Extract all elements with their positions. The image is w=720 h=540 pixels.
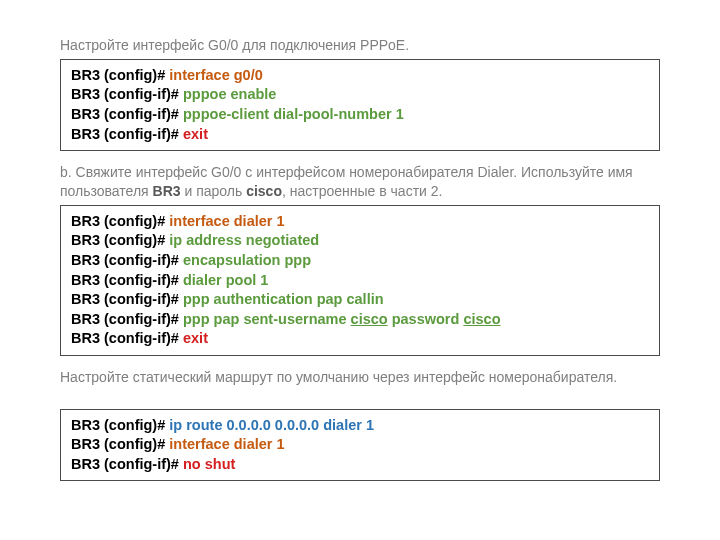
code-line: BR3 (config-if)# dialer pool 1 (71, 271, 649, 291)
prompt: BR3 (config)# (71, 213, 169, 229)
cmd: exit (183, 126, 208, 142)
prompt: BR3 (config-if)# (71, 311, 183, 327)
instruction-1: Настройте интерфейс G0/0 для подключения… (60, 36, 660, 55)
prompt: BR3 (config)# (71, 417, 169, 433)
prompt: BR3 (config-if)# (71, 106, 183, 122)
code-line: BR3 (config)# interface g0/0 (71, 66, 649, 86)
cmd: interface dialer 1 (169, 213, 284, 229)
prompt: BR3 (config-if)# (71, 291, 183, 307)
cmd-value: cisco (463, 311, 500, 327)
prompt: BR3 (config-if)# (71, 272, 183, 288)
cmd: no shut (183, 456, 235, 472)
instruction-3: Настройте статический маршрут по умолчан… (60, 368, 660, 387)
code-line: BR3 (config-if)# pppoe-client dial-pool-… (71, 105, 649, 125)
prompt: BR3 (config-if)# (71, 126, 183, 142)
prompt: BR3 (config-if)# (71, 456, 183, 472)
cmd: exit (183, 330, 208, 346)
code-line: BR3 (config-if)# encapsulation ppp (71, 251, 649, 271)
prompt: BR3 (config)# (71, 67, 169, 83)
cmd: encapsulation ppp (183, 252, 311, 268)
code-line: BR3 (config)# interface dialer 1 (71, 212, 649, 232)
instruction-2: b. Свяжите интерфейс G0/0 с интерфейсом … (60, 163, 660, 201)
code-line: BR3 (config-if)# pppoe enable (71, 85, 649, 105)
codebox-2: BR3 (config)# interface dialer 1 BR3 (co… (60, 205, 660, 356)
prompt: BR3 (config-if)# (71, 330, 183, 346)
username: BR3 (153, 183, 181, 199)
codebox-1: BR3 (config)# interface g0/0 BR3 (config… (60, 59, 660, 151)
code-line: BR3 (config-if)# ppp authentication pap … (71, 290, 649, 310)
password: cisco (246, 183, 282, 199)
prompt: BR3 (config-if)# (71, 86, 183, 102)
cmd: ppp pap sent-username (183, 311, 351, 327)
cmd: ip address negotiated (169, 232, 319, 248)
cmd-value: cisco (351, 311, 388, 327)
code-line: BR3 (config)# ip route 0.0.0.0 0.0.0.0 d… (71, 416, 649, 436)
cmd: pppoe-client dial-pool-number 1 (183, 106, 404, 122)
prompt: BR3 (config-if)# (71, 252, 183, 268)
cmd: pppoe enable (183, 86, 276, 102)
prompt: BR3 (config)# (71, 232, 169, 248)
cmd: password (388, 311, 464, 327)
codebox-3: BR3 (config)# ip route 0.0.0.0 0.0.0.0 d… (60, 409, 660, 482)
cmd: dialer pool 1 (183, 272, 268, 288)
code-line: BR3 (config-if)# exit (71, 329, 649, 349)
cmd: interface g0/0 (169, 67, 263, 83)
code-line: BR3 (config)# ip address negotiated (71, 231, 649, 251)
text: и пароль (181, 183, 247, 199)
code-line: BR3 (config-if)# exit (71, 125, 649, 145)
cmd: ppp authentication pap callin (183, 291, 384, 307)
code-line: BR3 (config-if)# ppp pap sent-username c… (71, 310, 649, 330)
cmd: ip route 0.0.0.0 0.0.0.0 dialer 1 (169, 417, 374, 433)
code-line: BR3 (config-if)# no shut (71, 455, 649, 475)
cmd: interface dialer 1 (169, 436, 284, 452)
text: , настроенные в части 2. (282, 183, 442, 199)
code-line: BR3 (config)# interface dialer 1 (71, 435, 649, 455)
prompt: BR3 (config)# (71, 436, 169, 452)
